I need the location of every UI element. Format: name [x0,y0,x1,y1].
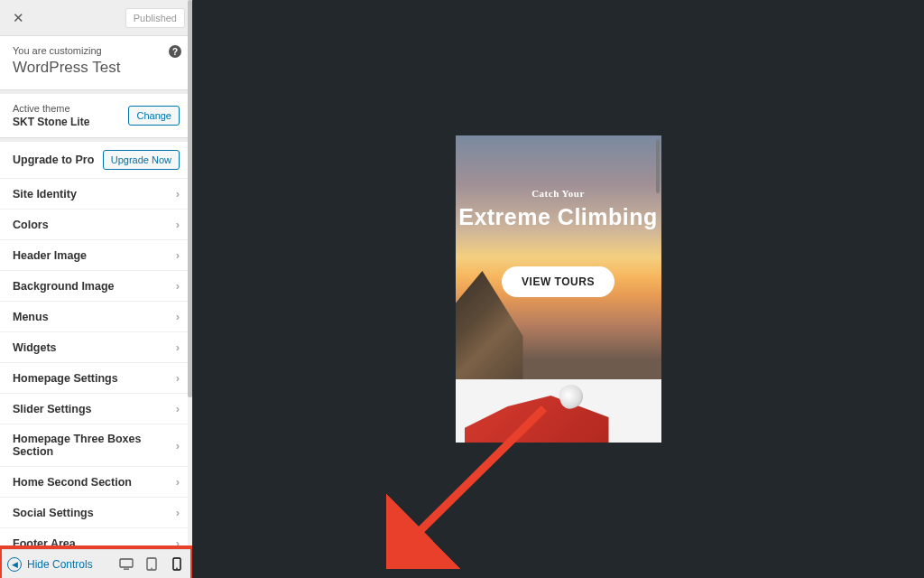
section-social-settings[interactable]: Social Settings › [0,498,192,528]
section-footer-area[interactable]: Footer Area › [0,528,192,549]
chevron-right-icon: › [176,248,180,262]
section-homepage-three-boxes[interactable]: Homepage Three Boxes Section › [0,424,192,467]
hide-controls-button[interactable]: ◀ Hide Controls [7,557,93,572]
hero-below-section [456,379,661,443]
sections-list: Upgrade to Pro Upgrade Now Site Identity… [0,142,192,549]
device-desktop-button[interactable] [118,556,134,573]
site-title: WordPress Test [13,59,180,77]
chevron-right-icon: › [176,371,180,385]
section-label: Homepage Settings [13,372,118,385]
active-theme-name: SKT Stone Lite [13,116,89,128]
close-customizer-button[interactable]: ✕ [7,7,29,29]
desktop-icon [119,558,134,571]
mobile-preview-frame[interactable]: Catch Your Extreme Climbing VIEW TOURS [456,135,661,443]
section-upgrade-to-pro[interactable]: Upgrade to Pro Upgrade Now [0,142,192,179]
view-tours-button[interactable]: VIEW TOURS [502,266,614,297]
section-label: Slider Settings [13,403,92,415]
chevron-right-icon: › [176,506,180,519]
tablet-icon [146,557,157,571]
upgrade-now-button[interactable]: Upgrade Now [103,150,180,170]
collapse-left-icon: ◀ [7,557,22,572]
section-header-image[interactable]: Header Image › [0,240,192,271]
section-label: Site Identity [13,188,77,200]
chevron-right-icon: › [176,340,180,354]
section-label: Homepage Three Boxes Section [13,433,176,458]
preview-scrollbar[interactable] [656,139,660,193]
hero-tagline: Catch Your [531,188,585,199]
active-theme-row: Active theme SKT Stone Lite Change [0,94,192,138]
chevron-right-icon: › [176,218,180,231]
section-slider-settings[interactable]: Slider Settings › [0,394,192,424]
section-label: Upgrade to Pro [13,154,94,166]
mobile-icon [172,557,181,571]
chevron-right-icon: › [176,475,180,489]
section-label: Footer Area [13,537,76,550]
device-mobile-button[interactable] [169,556,185,573]
chevron-right-icon: › [176,187,180,200]
chevron-right-icon: › [176,310,180,323]
section-colors[interactable]: Colors › [0,210,192,240]
customizer-sidebar: ✕ Published You are customizing WordPres… [0,0,192,578]
svg-point-5 [176,568,178,570]
hero-section: Catch Your Extreme Climbing VIEW TOURS [456,135,661,379]
svg-point-3 [151,568,152,570]
svg-rect-0 [120,559,133,567]
device-tablet-button[interactable] [143,556,160,573]
preview-pane: Catch Your Extreme Climbing VIEW TOURS [192,0,924,578]
section-label: Widgets [13,341,57,354]
section-label: Menus [13,311,49,323]
chevron-right-icon: › [176,439,180,452]
chevron-right-icon: › [176,279,180,293]
hero-headline: Extreme Climbing [458,204,658,230]
climber-graphic [465,396,609,443]
customizer-footer: ◀ Hide Controls [0,549,192,578]
customizing-header: You are customizing WordPress Test ? [0,36,192,90]
customizing-label: You are customizing [13,45,180,56]
section-background-image[interactable]: Background Image › [0,271,192,302]
section-menus[interactable]: Menus › [0,302,192,332]
section-home-second-section[interactable]: Home Second Section › [0,467,192,498]
chevron-right-icon: › [176,402,180,415]
device-preview-switcher [118,556,185,573]
section-label: Colors [13,219,49,231]
section-label: Home Second Section [13,476,132,489]
close-icon: ✕ [13,10,24,26]
help-icon[interactable]: ? [169,45,181,58]
svg-rect-1 [124,568,129,569]
section-label: Social Settings [13,507,94,519]
section-homepage-settings[interactable]: Homepage Settings › [0,363,192,394]
section-site-identity[interactable]: Site Identity › [0,179,192,210]
section-widgets[interactable]: Widgets › [0,332,192,363]
change-theme-button[interactable]: Change [128,106,180,126]
section-label: Header Image [13,249,87,262]
publish-status-button[interactable]: Published [125,8,185,28]
chevron-right-icon: › [176,536,180,549]
sidebar-topbar: ✕ Published [0,0,192,36]
active-theme-label: Active theme [13,103,89,114]
hide-controls-label: Hide Controls [27,558,93,571]
section-label: Background Image [13,280,115,293]
